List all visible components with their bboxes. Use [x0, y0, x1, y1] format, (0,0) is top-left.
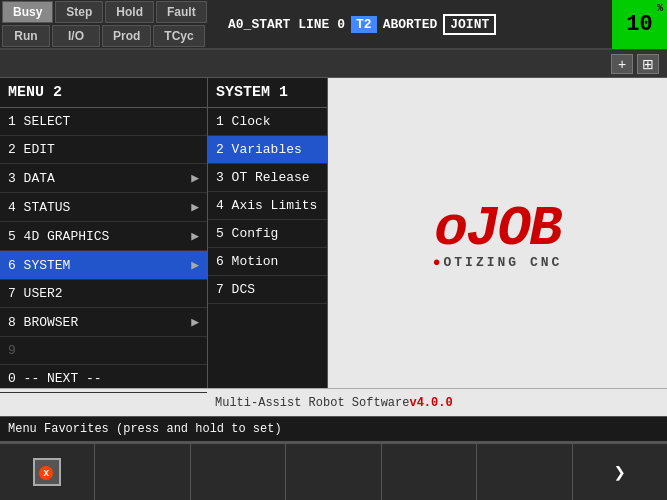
tag-aborted: ABORTED — [383, 17, 438, 32]
footer-status-label: Menu Favorites (press and hold to set) — [8, 422, 282, 436]
tcyc-button[interactable]: TCyc — [153, 25, 204, 47]
system-item-label: 3 OT Release — [216, 170, 310, 185]
arrow-icon: ▶ — [191, 199, 199, 215]
bottom-info-prefix: Multi-Assist Robot Software — [215, 396, 409, 410]
menu-item-data[interactable]: 3 DATA ▶ — [0, 164, 207, 193]
system-item-motion[interactable]: 6 Motion — [208, 248, 327, 276]
grid-button[interactable]: ⊞ — [637, 54, 659, 74]
menu-item-label: 4 STATUS — [8, 200, 70, 215]
system-item-axislimits[interactable]: 4 Axis Limits — [208, 192, 327, 220]
percent-box: 10 % — [612, 0, 667, 49]
system-item-label: 5 Config — [216, 226, 278, 241]
menu-item-select[interactable]: 1 SELECT — [0, 108, 207, 136]
menu-item-9: 9 — [0, 337, 207, 365]
step-button[interactable]: Step — [55, 1, 103, 23]
percent-value: 10 — [626, 12, 652, 37]
arrow-icon: ▶ — [191, 170, 199, 186]
run-button[interactable]: Run — [2, 25, 50, 47]
logo-job: JOB — [466, 197, 561, 261]
system-item-label: 1 Clock — [216, 114, 271, 129]
logo-o: o — [434, 197, 466, 261]
fkey-6[interactable] — [477, 444, 572, 500]
fkey-5[interactable] — [382, 444, 477, 500]
fkey-badge: x — [39, 466, 53, 480]
system-item-label: 4 Axis Limits — [216, 198, 317, 213]
system-item-clock[interactable]: 1 Clock — [208, 108, 327, 136]
plus-button[interactable]: + — [611, 54, 633, 74]
footer-status: Menu Favorites (press and hold to set) — [0, 416, 667, 442]
left-menu: MENU 2 1 SELECT 2 EDIT 3 DATA ▶ 4 STATUS… — [0, 78, 208, 388]
menu-item-label: 3 DATA — [8, 171, 55, 186]
system-menu-title: SYSTEM 1 — [208, 78, 327, 108]
arrow-icon: ▶ — [191, 314, 199, 330]
busy-button[interactable]: Busy — [2, 1, 53, 23]
prod-button[interactable]: Prod — [102, 25, 151, 47]
arrow-icon: ▶ — [191, 228, 199, 244]
menu-item-user2[interactable]: 7 USER2 — [0, 280, 207, 308]
hold-button[interactable]: Hold — [105, 1, 154, 23]
menu-item-label: 8 BROWSER — [8, 315, 78, 330]
fkey-4[interactable] — [286, 444, 381, 500]
menu-title: MENU 2 — [0, 78, 207, 108]
tag-t2: T2 — [351, 16, 377, 33]
version-text: v4.0.0 — [409, 396, 452, 410]
system-item-variables[interactable]: 2 Variables — [208, 136, 327, 164]
fkey-1[interactable]: x — [0, 444, 95, 500]
menu-item-system[interactable]: 6 SYSTEM ▶ — [0, 251, 207, 280]
right-panel: o JOB ●OTIZING CNC — [328, 78, 667, 388]
arrow-icon: ▶ — [191, 257, 199, 273]
next-arrow-icon: ❯ — [614, 460, 626, 485]
system-item-label: 6 Motion — [216, 254, 278, 269]
system-item-dcs[interactable]: 7 DCS — [208, 276, 327, 304]
fault-button[interactable]: Fault — [156, 1, 207, 23]
toolbar-row: + ⊞ — [0, 50, 667, 78]
menu-item-status[interactable]: 4 STATUS ▶ — [0, 193, 207, 222]
fkey-box-icon: x — [33, 458, 61, 486]
menu-item-label: 0 -- NEXT -- — [8, 371, 102, 386]
menu-item-4dgraphics[interactable]: 5 4D GRAPHICS ▶ — [0, 222, 207, 251]
fkey-2[interactable] — [95, 444, 190, 500]
menu-item-browser[interactable]: 8 BROWSER ▶ — [0, 308, 207, 337]
status-info: A0_START LINE 0 T2 ABORTED JOINT — [220, 14, 612, 35]
logo: o JOB — [434, 197, 560, 261]
menu-item-label: 5 4D GRAPHICS — [8, 229, 109, 244]
percent-sign: % — [657, 3, 663, 14]
logo-area: o JOB ●OTIZING CNC — [433, 197, 563, 270]
status-buttons: Busy Step Hold Fault Run I/O Prod TCyc — [0, 0, 220, 49]
fkey-3[interactable] — [191, 444, 286, 500]
system-item-label: 7 DCS — [216, 282, 255, 297]
menu-item-edit[interactable]: 2 EDIT — [0, 136, 207, 164]
status-line-text: A0_START LINE 0 — [228, 17, 345, 32]
menu-item-next[interactable]: 0 -- NEXT -- — [0, 365, 207, 393]
logo-tagline-text: ● — [433, 255, 444, 270]
menu-item-label: 7 USER2 — [8, 286, 63, 301]
function-keys: x ❯ — [0, 442, 667, 500]
fkey-next[interactable]: ❯ — [573, 444, 667, 500]
system-item-label: 2 Variables — [216, 142, 302, 157]
logo-tagline: ●OTIZING CNC — [433, 255, 563, 270]
main-content: MENU 2 1 SELECT 2 EDIT 3 DATA ▶ 4 STATUS… — [0, 78, 667, 388]
menu-item-label: 2 EDIT — [8, 142, 55, 157]
menu-item-label: 6 SYSTEM — [8, 258, 70, 273]
system-item-config[interactable]: 5 Config — [208, 220, 327, 248]
top-bar: Busy Step Hold Fault Run I/O Prod TCyc A… — [0, 0, 667, 50]
menu-item-label: 1 SELECT — [8, 114, 70, 129]
system-menu: SYSTEM 1 1 Clock 2 Variables 3 OT Releas… — [208, 78, 328, 388]
io-button[interactable]: I/O — [52, 25, 100, 47]
system-item-otrelease[interactable]: 3 OT Release — [208, 164, 327, 192]
tag-joint: JOINT — [443, 14, 496, 35]
